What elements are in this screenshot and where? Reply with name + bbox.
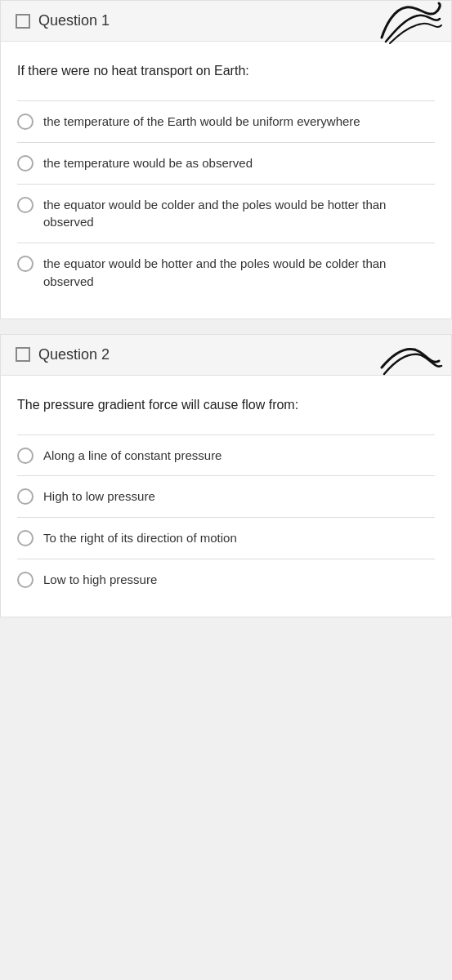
question-1-options: the temperature of the Earth would be un…: [17, 100, 435, 302]
question-2-options: Along a line of constant pressure High t…: [17, 434, 435, 600]
question-1-header: Question 1: [1, 1, 451, 42]
q2-option-1-text: Along a line of constant pressure: [43, 447, 222, 465]
question-1-doodle: [378, 1, 443, 49]
q1-option-3[interactable]: the equator would be colder and the pole…: [17, 184, 435, 243]
question-2-header: Question 2: [1, 335, 451, 376]
q1-radio-4[interactable]: [17, 256, 34, 272]
q2-option-3[interactable]: To the right of its direction of motion: [17, 517, 435, 559]
q1-radio-1[interactable]: [17, 114, 34, 130]
doodle-2-icon: [378, 335, 443, 380]
q2-option-1[interactable]: Along a line of constant pressure: [17, 434, 435, 476]
q2-option-4[interactable]: Low to high pressure: [17, 559, 435, 600]
question-1-block: Question 1 If there were no heat transpo…: [0, 0, 452, 319]
question-1-body: If there were no heat transport on Earth…: [1, 42, 451, 318]
question-2-title-area: Question 2: [16, 346, 110, 363]
q1-option-2[interactable]: the temperature would be as observed: [17, 142, 435, 184]
question-1-title: Question 1: [38, 12, 110, 29]
question-2-title: Question 2: [38, 346, 110, 363]
q1-radio-2[interactable]: [17, 155, 34, 172]
q1-radio-3[interactable]: [17, 197, 34, 213]
question-1-stem: If there were no heat transport on Earth…: [17, 61, 435, 81]
q1-option-1-text: the temperature of the Earth would be un…: [43, 113, 360, 131]
question-2-block: Question 2 The pressure gradient force w…: [0, 334, 452, 617]
q2-radio-3[interactable]: [17, 530, 34, 546]
q2-radio-1[interactable]: [17, 448, 34, 464]
q1-option-1[interactable]: the temperature of the Earth would be un…: [17, 100, 435, 142]
question-2-body: The pressure gradient force will cause f…: [1, 376, 451, 617]
q2-radio-4[interactable]: [17, 572, 34, 588]
question-2-checkbox[interactable]: [16, 347, 30, 362]
question-2-stem: The pressure gradient force will cause f…: [17, 395, 435, 415]
question-1-checkbox[interactable]: [16, 14, 30, 29]
q1-option-4-text: the equator would be hotter and the pole…: [43, 255, 435, 291]
q2-option-4-text: Low to high pressure: [43, 571, 157, 589]
q2-option-2[interactable]: High to low pressure: [17, 475, 435, 517]
q2-option-3-text: To the right of its direction of motion: [43, 529, 237, 547]
q2-radio-2[interactable]: [17, 488, 34, 505]
question-2-doodle: [378, 335, 443, 383]
q1-option-2-text: the temperature would be as observed: [43, 154, 253, 172]
question-1-title-area: Question 1: [16, 12, 110, 29]
q1-option-3-text: the equator would be colder and the pole…: [43, 196, 435, 232]
q2-option-2-text: High to low pressure: [43, 488, 155, 506]
doodle-1-icon: [378, 1, 443, 46]
q1-option-4[interactable]: the equator would be hotter and the pole…: [17, 243, 435, 302]
